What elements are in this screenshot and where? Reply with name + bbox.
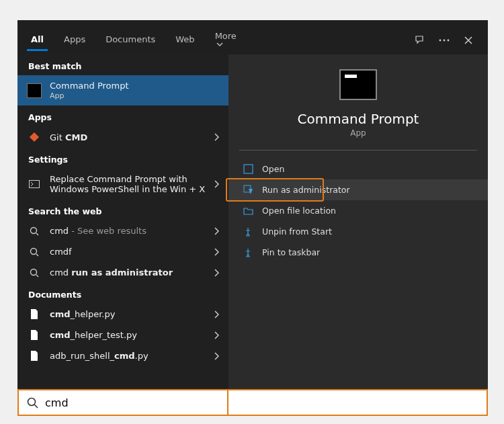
svg-point-6 bbox=[31, 248, 37, 254]
tab-more-label: More bbox=[215, 31, 237, 41]
cmd-app-icon bbox=[27, 83, 42, 98]
doc-label: adb_run_shell_cmd.py bbox=[50, 351, 206, 361]
tab-web[interactable]: Web bbox=[171, 29, 198, 51]
chevron-right-icon bbox=[214, 248, 219, 256]
search-input[interactable] bbox=[45, 396, 478, 409]
result-doc-cmd-helper-test[interactable]: cmd_helper_test.py bbox=[17, 325, 228, 345]
search-icon bbox=[27, 247, 42, 257]
search-bar[interactable] bbox=[17, 389, 488, 416]
results-panel: Best match Command Prompt App Apps Git C… bbox=[17, 54, 228, 396]
result-app-gitcmd[interactable]: Git CMD bbox=[17, 126, 228, 148]
result-setting-replace-cmd[interactable]: Replace Command Prompt with Windows Powe… bbox=[17, 169, 228, 200]
best-match-title: Command Prompt bbox=[50, 81, 129, 91]
start-menu-search: All Apps Documents Web More Best match bbox=[17, 20, 488, 396]
action-open-file-location[interactable]: Open file location bbox=[228, 200, 488, 221]
git-diamond-icon bbox=[27, 132, 42, 142]
chevron-right-icon bbox=[214, 310, 219, 319]
svg-point-2 bbox=[448, 39, 450, 41]
setting-label: Replace Command Prompt with Windows Powe… bbox=[50, 174, 206, 194]
web-label: cmdf bbox=[50, 247, 206, 257]
titlebar-actions bbox=[414, 34, 478, 46]
app-label: Git CMD bbox=[50, 132, 206, 142]
preview-subtitle: App bbox=[228, 128, 488, 138]
svg-point-7 bbox=[31, 269, 37, 275]
file-icon bbox=[27, 330, 42, 340]
chevron-right-icon bbox=[214, 352, 219, 360]
search-icon bbox=[27, 226, 42, 236]
terminal-icon bbox=[27, 180, 42, 188]
action-label: Pin to taskbar bbox=[262, 247, 320, 257]
chevron-down-icon bbox=[216, 41, 223, 48]
group-documents: Documents bbox=[17, 283, 228, 304]
tab-apps[interactable]: Apps bbox=[60, 29, 89, 51]
action-pin-taskbar[interactable]: Pin to taskbar bbox=[228, 242, 488, 263]
action-label: Unpin from Start bbox=[262, 226, 332, 237]
group-settings: Settings bbox=[17, 148, 228, 169]
preview-title: Command Prompt bbox=[228, 111, 488, 127]
preview-app-icon bbox=[339, 69, 377, 100]
result-web-cmd-run-as-admin[interactable]: cmd run as administrator bbox=[17, 262, 228, 283]
result-doc-cmd-helper[interactable]: cmd_helper.py bbox=[17, 304, 228, 325]
action-unpin-start[interactable]: Unpin from Start bbox=[228, 221, 488, 242]
web-label: cmd - See web results bbox=[50, 226, 206, 236]
open-icon bbox=[242, 164, 254, 174]
file-icon bbox=[27, 351, 42, 361]
admin-shield-icon bbox=[242, 185, 254, 195]
close-button[interactable] bbox=[462, 34, 474, 46]
svg-point-0 bbox=[439, 39, 442, 41]
action-label: Open file location bbox=[262, 206, 336, 216]
svg-point-5 bbox=[31, 227, 37, 233]
result-best-match[interactable]: Command Prompt App bbox=[17, 75, 228, 105]
file-icon bbox=[27, 309, 42, 319]
result-doc-adb-run-shell[interactable]: adb_run_shell_cmd.py bbox=[17, 345, 228, 366]
preview-panel: Command Prompt App Open Run as administr… bbox=[228, 54, 488, 396]
body-split: Best match Command Prompt App Apps Git C… bbox=[17, 54, 488, 396]
action-label: Run as administrator bbox=[262, 185, 350, 195]
chevron-right-icon bbox=[214, 133, 219, 141]
more-options-icon[interactable] bbox=[438, 34, 450, 46]
best-match-label: Command Prompt App bbox=[50, 81, 219, 100]
svg-rect-3 bbox=[30, 132, 39, 142]
chevron-right-icon bbox=[214, 269, 219, 277]
result-web-cmd[interactable]: cmd - See web results bbox=[17, 220, 228, 241]
group-apps: Apps bbox=[17, 105, 228, 126]
actions-list: Open Run as administrator Open file loca… bbox=[228, 151, 488, 271]
folder-icon bbox=[242, 206, 254, 215]
feedback-icon[interactable] bbox=[414, 34, 426, 46]
tabs-row: All Apps Documents Web More bbox=[17, 20, 488, 54]
action-open[interactable]: Open bbox=[228, 159, 488, 179]
search-icon bbox=[27, 268, 42, 278]
search-icon bbox=[27, 397, 38, 409]
unpin-icon bbox=[242, 227, 254, 237]
group-best-match: Best match bbox=[17, 54, 228, 75]
action-run-as-admin[interactable]: Run as administrator bbox=[228, 179, 488, 200]
svg-rect-4 bbox=[30, 181, 40, 188]
group-search-web: Search the web bbox=[17, 200, 228, 220]
chevron-right-icon bbox=[214, 180, 219, 188]
best-match-subtitle: App bbox=[50, 91, 219, 100]
result-web-cmdf[interactable]: cmdf bbox=[17, 241, 228, 262]
tab-all[interactable]: All bbox=[27, 29, 48, 51]
svg-rect-8 bbox=[244, 165, 253, 173]
tab-more[interactable]: More bbox=[211, 26, 241, 54]
chevron-right-icon bbox=[214, 227, 219, 235]
action-label: Open bbox=[262, 164, 284, 174]
tab-documents[interactable]: Documents bbox=[101, 29, 159, 51]
svg-point-10 bbox=[28, 398, 36, 405]
web-label: cmd run as administrator bbox=[50, 267, 206, 278]
chevron-right-icon bbox=[214, 331, 219, 339]
pin-icon bbox=[242, 248, 254, 257]
doc-label: cmd_helper_test.py bbox=[50, 330, 206, 340]
svg-point-1 bbox=[444, 39, 446, 41]
doc-label: cmd_helper.py bbox=[50, 309, 206, 319]
